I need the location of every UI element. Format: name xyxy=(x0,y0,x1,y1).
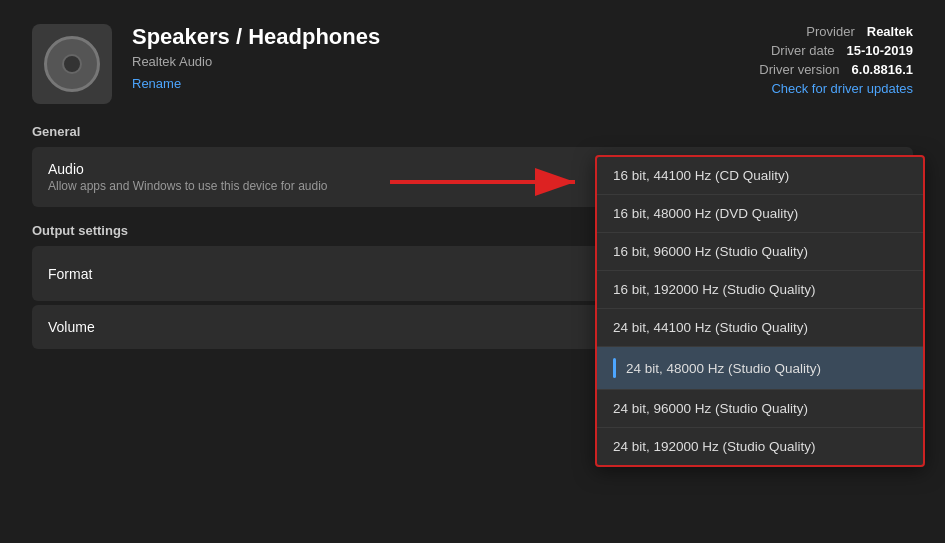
dropdown-item-opt5[interactable]: 24 bit, 44100 Hz (Studio Quality) xyxy=(597,309,923,347)
provider-row: Provider Realtek xyxy=(713,24,913,39)
device-icon xyxy=(32,24,112,104)
selected-indicator xyxy=(613,358,616,378)
dropdown-item-opt1[interactable]: 16 bit, 44100 Hz (CD Quality) xyxy=(597,157,923,195)
dropdown-item-opt2[interactable]: 16 bit, 48000 Hz (DVD Quality) xyxy=(597,195,923,233)
dropdown-item-opt8[interactable]: 24 bit, 192000 Hz (Studio Quality) xyxy=(597,428,923,465)
date-label: Driver date xyxy=(771,43,835,58)
dropdown-item-label: 16 bit, 48000 Hz (DVD Quality) xyxy=(613,206,798,221)
dropdown-item-label: 16 bit, 96000 Hz (Studio Quality) xyxy=(613,244,808,259)
check-driver-updates-link[interactable]: Check for driver updates xyxy=(713,81,913,96)
format-label: Format xyxy=(48,266,92,282)
dropdown-item-label: 24 bit, 192000 Hz (Studio Quality) xyxy=(613,439,816,454)
device-title: Speakers / Headphones xyxy=(132,24,713,50)
version-row: Driver version 6.0.8816.1 xyxy=(713,62,913,77)
date-value: 15-10-2019 xyxy=(847,43,914,58)
rename-link[interactable]: Rename xyxy=(132,76,181,91)
speaker-center xyxy=(62,54,82,74)
driver-info: Provider Realtek Driver date 15-10-2019 … xyxy=(713,24,913,96)
header: Speakers / Headphones Realtek Audio Rena… xyxy=(0,0,945,124)
version-label: Driver version xyxy=(759,62,839,77)
format-dropdown: 16 bit, 44100 Hz (CD Quality)16 bit, 480… xyxy=(595,155,925,467)
provider-label: Provider xyxy=(806,24,854,39)
dropdown-item-label: 24 bit, 96000 Hz (Studio Quality) xyxy=(613,401,808,416)
dropdown-item-opt7[interactable]: 24 bit, 96000 Hz (Studio Quality) xyxy=(597,390,923,428)
device-info: Speakers / Headphones Realtek Audio Rena… xyxy=(132,24,713,91)
provider-value: Realtek xyxy=(867,24,913,39)
date-row: Driver date 15-10-2019 xyxy=(713,43,913,58)
volume-label: Volume xyxy=(48,319,95,335)
version-value: 6.0.8816.1 xyxy=(852,62,913,77)
dropdown-item-label: 16 bit, 44100 Hz (CD Quality) xyxy=(613,168,789,183)
general-title: General xyxy=(32,124,913,139)
device-subtitle: Realtek Audio xyxy=(132,54,713,69)
dropdown-item-label: 24 bit, 44100 Hz (Studio Quality) xyxy=(613,320,808,335)
dropdown-item-opt4[interactable]: 16 bit, 192000 Hz (Studio Quality) xyxy=(597,271,923,309)
dropdown-items-container: 16 bit, 44100 Hz (CD Quality)16 bit, 480… xyxy=(597,157,923,465)
speaker-icon-inner xyxy=(44,36,100,92)
red-arrow xyxy=(390,162,590,202)
page-container: Speakers / Headphones Realtek Audio Rena… xyxy=(0,0,945,543)
dropdown-item-label: 24 bit, 48000 Hz (Studio Quality) xyxy=(626,361,821,376)
dropdown-item-opt3[interactable]: 16 bit, 96000 Hz (Studio Quality) xyxy=(597,233,923,271)
dropdown-item-label: 16 bit, 192000 Hz (Studio Quality) xyxy=(613,282,816,297)
dropdown-item-opt6[interactable]: 24 bit, 48000 Hz (Studio Quality) xyxy=(597,347,923,390)
